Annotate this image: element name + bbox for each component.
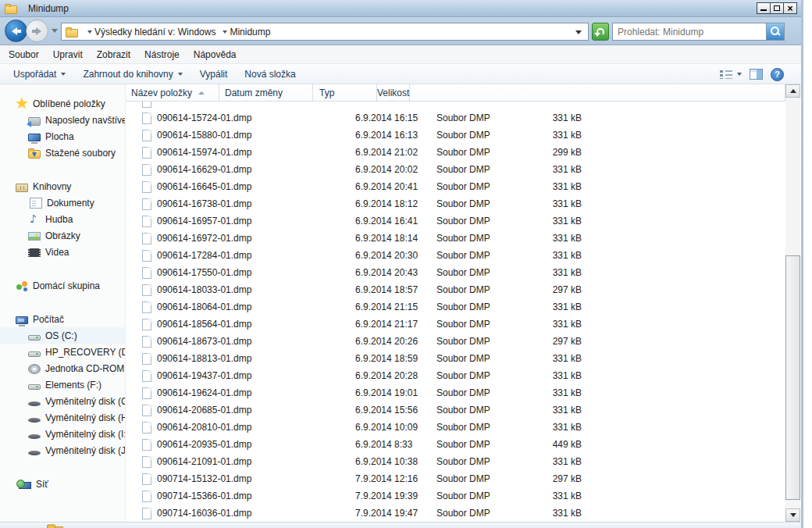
- file-row[interactable]: 090614-15880-01.dmp 6.9.2014 16:13 Soubo…: [126, 127, 785, 144]
- toolbar-button[interactable]: Zahrnout do knihovny: [74, 66, 191, 83]
- file-row[interactable]: 090614-20935-01.dmp 6.9.2014 8:33 Soubor…: [126, 436, 785, 453]
- window-controls: ×: [757, 2, 797, 14]
- column-header[interactable]: Název položky: [126, 84, 219, 101]
- column-header[interactable]: Velikost: [377, 84, 410, 101]
- file-type: Soubor DMP: [430, 301, 524, 312]
- homegroup-icon: [16, 280, 28, 292]
- title-bar[interactable]: Minidump ×: [0, 0, 801, 17]
- file-row[interactable]: 090714-16036-01.dmp 7.9.2014 19:47 Soubo…: [126, 505, 785, 522]
- chevron-down-icon[interactable]: [737, 73, 742, 76]
- breadcrumb-scope[interactable]: Výsledky hledání v: Windows: [92, 23, 218, 40]
- minimize-button[interactable]: [757, 2, 771, 14]
- file-row[interactable]: 090614-17284-01.dmp 6.9.2014 20:30 Soubo…: [126, 247, 785, 264]
- menu-item[interactable]: Upravit: [46, 47, 90, 62]
- forward-button[interactable]: [26, 20, 48, 42]
- address-bar[interactable]: Výsledky hledání v: Windows Minidump: [61, 23, 589, 41]
- scrollbar-thumb[interactable]: [785, 255, 800, 500]
- file-row[interactable]: 090614-16738-01.dmp 6.9.2014 18:12 Soubo…: [126, 195, 785, 212]
- drive-icon: [28, 351, 41, 357]
- file-icon: [142, 491, 151, 502]
- sidebar-item[interactable]: Naposledy navštíver: [0, 112, 125, 128]
- toolbar-button[interactable]: Vypálit: [191, 66, 237, 83]
- file-row[interactable]: 090614-16972-01.dmp 6.9.2014 18:14 Soubo…: [126, 230, 785, 247]
- sidebar-item[interactable]: Vyměnitelný disk (G:: [0, 393, 125, 409]
- file-row[interactable]: 090614-16957-01.dmp 6.9.2014 16:41 Soubo…: [126, 212, 785, 230]
- sidebar-item[interactable]: Oblíbené položky: [0, 95, 125, 112]
- column-header[interactable]: Datum změny: [219, 84, 313, 101]
- file-row[interactable]: 090614-18813-01.dmp 6.9.2014 18:59 Soubo…: [126, 350, 785, 367]
- vertical-scrollbar[interactable]: [785, 84, 800, 522]
- file-row[interactable]: 090614-16645-01.dmp 6.9.2014 20:41 Soubo…: [126, 178, 785, 195]
- scroll-down-button[interactable]: [785, 508, 800, 522]
- file-row[interactable]: 090614-17550-01.dmp 6.9.2014 20:43 Soubo…: [126, 264, 785, 281]
- help-icon[interactable]: ?: [771, 68, 784, 81]
- file-name: 090614-18033-01.dmp: [157, 284, 251, 295]
- file-row[interactable]: 090614-19624-01.dmp 6.9.2014 19:01 Soubo…: [126, 384, 785, 401]
- partially-scrolled-row[interactable]: [126, 102, 785, 109]
- sidebar-item[interactable]: Vyměnitelný disk (H: [0, 409, 125, 426]
- sidebar-item[interactable]: Jednotka CD-ROM (E: [0, 360, 125, 376]
- sidebar-item[interactable]: Plocha: [0, 128, 125, 144]
- sidebar-item[interactable]: Počítač: [0, 311, 125, 327]
- file-row[interactable]: 090714-15366-01.dmp 7.9.2014 19:39 Soubo…: [126, 487, 785, 505]
- menu-item[interactable]: Soubor: [2, 47, 46, 62]
- file-row[interactable]: 090614-15724-01.dmp 6.9.2014 16:15 Soubo…: [126, 109, 785, 127]
- back-button[interactable]: [5, 20, 27, 42]
- file-modified: 6.9.2014 21:15: [337, 301, 430, 312]
- sidebar-item[interactable]: Videa: [0, 244, 125, 260]
- recent-pages-chevron-icon[interactable]: [52, 29, 58, 33]
- file-size: 331 kB: [524, 387, 588, 398]
- file-row[interactable]: 090614-19437-01.dmp 6.9.2014 20:28 Soubo…: [126, 367, 785, 384]
- window-title: Minidump: [28, 3, 69, 14]
- sidebar-item[interactable]: Síť: [0, 476, 125, 492]
- toolbar-button[interactable]: Uspořádat: [5, 66, 74, 83]
- file-icon: [142, 387, 151, 399]
- file-row[interactable]: 090614-21091-01.dmp 6.9.2014 10:38 Soubo…: [126, 453, 785, 470]
- file-name: 090614-17284-01.dmp: [157, 250, 251, 261]
- menu-item[interactable]: Zobrazit: [90, 47, 137, 62]
- menu-item[interactable]: Nápověda: [187, 47, 244, 62]
- file-size: 331 kB: [524, 508, 588, 519]
- file-icon: [142, 147, 151, 159]
- file-row[interactable]: 090614-18564-01.dmp 6.9.2014 21:17 Soubo…: [126, 316, 785, 333]
- scroll-up-button[interactable]: [785, 84, 800, 98]
- sidebar-item[interactable]: Dokumenty: [0, 194, 125, 211]
- menu-item[interactable]: Nástroje: [137, 47, 187, 62]
- file-row[interactable]: 090614-16629-01.dmp 6.9.2014 20:02 Soubo…: [126, 161, 785, 178]
- file-name: 090614-17550-01.dmp: [157, 267, 251, 278]
- toolbar-button[interactable]: Nová složka: [236, 66, 304, 83]
- restore-button[interactable]: [770, 2, 784, 14]
- search-button[interactable]: [766, 23, 784, 40]
- file-row[interactable]: 090614-20685-01.dmp 6.9.2014 15:56 Soubo…: [126, 401, 785, 419]
- sidebar-item[interactable]: Hudba: [0, 211, 125, 227]
- sidebar-item[interactable]: Stažené soubory: [0, 144, 125, 161]
- downloads-icon: [28, 150, 41, 159]
- change-view-icon[interactable]: [720, 70, 732, 80]
- file-icon: [142, 284, 151, 296]
- sidebar-item[interactable]: Vyměnitelný disk (I:): [0, 426, 125, 442]
- breadcrumb-current[interactable]: Minidump: [227, 23, 272, 40]
- refresh-button[interactable]: [592, 23, 609, 41]
- sidebar-item[interactable]: Knihovny: [0, 178, 125, 194]
- file-list: Název položky Datum změny Typ: [125, 84, 785, 522]
- column-header[interactable]: Typ: [313, 84, 377, 101]
- preview-pane-icon[interactable]: [750, 69, 763, 80]
- file-row[interactable]: 090614-15974-01.dmp 6.9.2014 21:02 Soubo…: [126, 144, 785, 161]
- sidebar-item[interactable]: Elements (F:): [0, 376, 125, 393]
- file-row[interactable]: 090614-18033-01.dmp 6.9.2014 18:57 Soubo…: [126, 281, 785, 298]
- file-row[interactable]: 090614-18064-01.dmp 6.9.2014 21:15 Soubo…: [126, 298, 785, 316]
- sidebar-item[interactable]: Obrázky: [0, 227, 125, 244]
- sidebar-item[interactable]: OS (C:): [0, 327, 125, 344]
- address-history-chevron-icon[interactable]: [575, 30, 582, 34]
- chevron-down-icon: [178, 73, 183, 76]
- file-size: 331 kB: [524, 216, 588, 227]
- sidebar-item[interactable]: HP_RECOVERY (D:): [0, 344, 125, 360]
- file-row[interactable]: 090714-15132-01.dmp 7.9.2014 12:16 Soubo…: [126, 470, 785, 487]
- file-row[interactable]: 090614-18673-01.dmp 6.9.2014 20:26 Soubo…: [126, 333, 785, 350]
- close-button[interactable]: ×: [783, 2, 797, 14]
- search-input[interactable]: [613, 23, 766, 40]
- sidebar-item[interactable]: Vyměnitelný disk (J:): [0, 442, 125, 458]
- file-row[interactable]: 090614-20810-01.dmp 6.9.2014 10:09 Soubo…: [126, 419, 785, 436]
- sidebar-item[interactable]: Domácí skupina: [0, 277, 125, 294]
- file-modified: 6.9.2014 20:26: [337, 336, 430, 347]
